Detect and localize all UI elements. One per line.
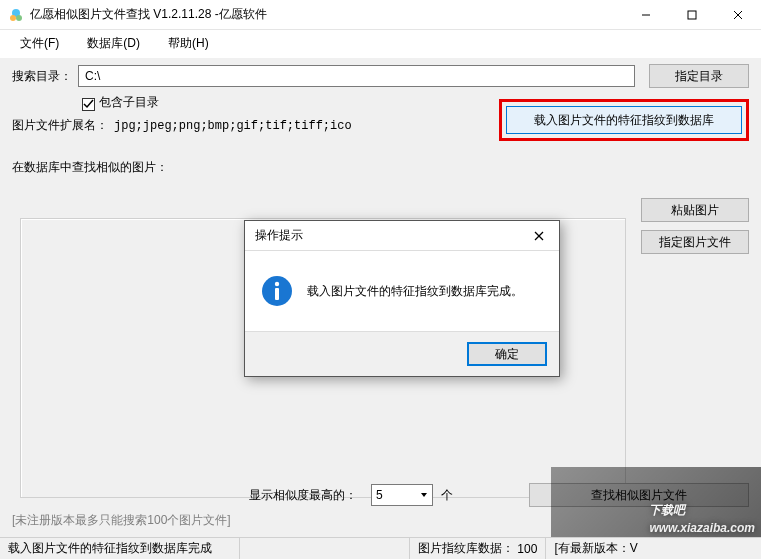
- similarity-count-select[interactable]: 5: [371, 484, 433, 506]
- menu-database[interactable]: 数据库(D): [73, 31, 154, 56]
- browse-dir-button[interactable]: 指定目录: [649, 64, 749, 88]
- message-dialog: 操作提示 载入图片文件的特征指纹到数据库完成。 确定: [244, 220, 560, 377]
- window-controls: [623, 0, 761, 30]
- minimize-button[interactable]: [623, 0, 669, 30]
- ext-value: jpg;jpeg;png;bmp;gif;tif;tiff;ico: [114, 119, 352, 133]
- close-button[interactable]: [715, 0, 761, 30]
- search-dir-label: 搜索目录：: [12, 68, 72, 85]
- svg-rect-4: [688, 11, 696, 19]
- pick-image-file-button[interactable]: 指定图片文件: [641, 230, 749, 254]
- close-icon: [534, 231, 544, 241]
- status-message: 载入图片文件的特征指纹到数据库完成: [0, 538, 240, 559]
- search-dir-input[interactable]: [78, 65, 635, 87]
- svg-point-1: [16, 15, 22, 21]
- include-subdir-checkbox[interactable]: [82, 98, 95, 111]
- title-bar: 亿愿相似图片文件查找 V1.2.11.28 -亿愿软件: [0, 0, 761, 30]
- app-icon: [8, 7, 24, 23]
- similarity-count-value: 5: [376, 488, 383, 502]
- dialog-title-bar[interactable]: 操作提示: [245, 221, 559, 251]
- svg-rect-11: [275, 288, 279, 300]
- find-similar-label: 在数据库中查找相似的图片：: [12, 159, 743, 176]
- search-similar-button[interactable]: 查找相似图片文件: [529, 483, 749, 507]
- unit-label: 个: [441, 487, 453, 504]
- status-bar: 载入图片文件的特征指纹到数据库完成 图片指纹库数据： 100 [有最新版本：V: [0, 537, 761, 559]
- paste-image-button[interactable]: 粘贴图片: [641, 198, 749, 222]
- menu-help[interactable]: 帮助(H): [154, 31, 223, 56]
- svg-point-10: [275, 282, 279, 286]
- status-db-count: 图片指纹库数据： 100: [410, 538, 546, 559]
- menu-file[interactable]: 文件(F): [6, 31, 73, 56]
- similarity-label: 显示相似度最高的：: [249, 487, 357, 504]
- ext-label: 图片文件扩展名：: [12, 117, 108, 134]
- include-subdir-label: 包含子目录: [99, 94, 159, 111]
- dialog-message: 载入图片文件的特征指纹到数据库完成。: [307, 283, 523, 300]
- highlight-box: 载入图片文件的特征指纹到数据库: [499, 99, 749, 141]
- menu-bar: 文件(F) 数据库(D) 帮助(H): [0, 30, 761, 58]
- status-empty: [240, 538, 410, 559]
- unregistered-note: [未注册版本最多只能搜索100个图片文件]: [12, 512, 231, 529]
- maximize-button[interactable]: [669, 0, 715, 30]
- chevron-down-icon: [420, 491, 428, 499]
- status-version: [有最新版本：V: [546, 538, 761, 559]
- dialog-close-button[interactable]: [519, 221, 559, 251]
- svg-point-2: [10, 15, 16, 21]
- load-fingerprint-button[interactable]: 载入图片文件的特征指纹到数据库: [506, 106, 742, 134]
- dialog-title-text: 操作提示: [255, 227, 303, 244]
- dialog-ok-button[interactable]: 确定: [467, 342, 547, 366]
- info-icon: [261, 275, 293, 307]
